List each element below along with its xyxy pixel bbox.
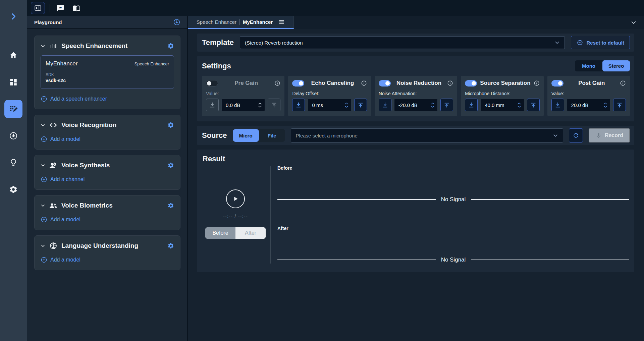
tab-menu-icon[interactable]	[278, 19, 285, 25]
section-gear-icon[interactable]	[167, 43, 174, 49]
value-input[interactable]: 0.0 dB	[221, 99, 265, 111]
rail-item-downloads[interactable]	[4, 127, 22, 145]
export-playground-icon[interactable]	[173, 18, 180, 26]
value-stepper[interactable]	[517, 102, 521, 108]
rail-item-playground[interactable]	[4, 100, 22, 118]
section-header[interactable]: Voice Recognition	[41, 121, 174, 129]
settings-title: Settings	[202, 62, 231, 70]
add-channel-link[interactable]: Add a channel	[41, 176, 174, 183]
section-header[interactable]: Language Understanding	[41, 242, 174, 250]
documentation-button[interactable]	[71, 2, 82, 14]
expand-sidebar-button[interactable]	[4, 7, 22, 25]
stepper-down-icon[interactable]	[344, 106, 348, 108]
export-value-button[interactable]	[613, 99, 626, 111]
playground-edit-icon	[9, 104, 18, 114]
stepper-up-icon[interactable]	[258, 102, 262, 105]
template-title: Template	[202, 38, 234, 47]
value-stepper[interactable]	[344, 102, 348, 108]
import-icon	[295, 102, 302, 108]
post-gain-toggle[interactable]	[551, 80, 564, 87]
rail-item-tips[interactable]	[4, 154, 22, 172]
add-model-link[interactable]: Add a model	[41, 216, 174, 223]
info-icon[interactable]	[274, 80, 280, 86]
source-separation-toggle[interactable]	[465, 80, 477, 87]
microphone-select[interactable]: Please select a microphone	[291, 128, 563, 143]
model-name: MyEnhancer	[46, 60, 77, 67]
add-speech-enhancer-link[interactable]: Add a speech enhancer	[41, 96, 174, 102]
add-link-label: Add a speech enhancer	[50, 96, 107, 102]
pre-gain-toggle[interactable]	[206, 80, 218, 87]
export-value-button[interactable]	[354, 99, 367, 111]
stepper-up-icon[interactable]	[344, 102, 348, 105]
stepper-up-icon[interactable]	[603, 102, 607, 105]
section-header[interactable]: Speech Enhancement	[41, 42, 174, 50]
stepper-down-icon[interactable]	[431, 106, 435, 108]
value-input[interactable]: 40.0 mm	[480, 99, 524, 111]
template-select[interactable]: (Stereo) Reverb reduction	[240, 36, 565, 49]
after-button[interactable]: After	[235, 227, 266, 239]
stepper-down-icon[interactable]	[258, 106, 262, 108]
add-link-label: Add a model	[50, 257, 80, 263]
tabs-dropdown-icon[interactable]	[631, 19, 637, 25]
section-gear-icon[interactable]	[167, 242, 174, 249]
section-gear-icon[interactable]	[167, 202, 174, 209]
export-value-button[interactable]	[440, 99, 453, 111]
add-model-link[interactable]: Add a model	[41, 257, 174, 263]
section-gear-icon[interactable]	[167, 162, 174, 169]
stepper-up-icon[interactable]	[431, 102, 435, 105]
export-value-button[interactable]	[527, 99, 540, 111]
import-value-button[interactable]	[465, 99, 478, 111]
value-input[interactable]: -20.0 dB	[394, 99, 438, 111]
info-icon[interactable]	[534, 80, 540, 86]
tracks-column: Before No Signal After	[277, 164, 629, 264]
value-stepper[interactable]	[603, 102, 607, 108]
voice-over-icon	[49, 161, 57, 169]
collapse-panel-button[interactable]	[31, 2, 45, 14]
waveform-after: No Signal	[277, 257, 629, 263]
before-button[interactable]: Before	[205, 227, 235, 239]
value-input[interactable]: 0 ms	[308, 99, 351, 111]
import-value-button[interactable]	[551, 99, 564, 111]
value-stepper[interactable]	[258, 102, 262, 108]
stereo-button[interactable]: Stereo	[602, 60, 630, 71]
model-card-myenhancer[interactable]: MyEnhancer Speech Enhancer SDK vsdk-s2c	[41, 55, 174, 89]
file-button[interactable]: File	[259, 129, 285, 142]
import-value-button[interactable]	[379, 99, 391, 111]
panel-title: Echo Canceling	[307, 80, 358, 87]
micro-button[interactable]: Micro	[233, 129, 259, 142]
export-value-button[interactable]	[268, 99, 280, 111]
add-model-link[interactable]: Add a model	[41, 136, 174, 143]
section-voice-synthesis: Voice Synthesis Add a channel	[34, 155, 180, 190]
value-stepper[interactable]	[431, 102, 435, 108]
section-header[interactable]: Voice Biometrics	[41, 202, 174, 210]
source-mode-toggle: Micro File	[233, 129, 285, 142]
waveform-line	[471, 199, 629, 200]
import-value-button[interactable]	[206, 99, 219, 111]
play-button[interactable]	[226, 189, 245, 208]
reset-to-default-button[interactable]: Reset to default	[571, 36, 630, 49]
panel-title: Pre Gain	[221, 80, 272, 87]
value-text: -20.0 dB	[398, 102, 431, 108]
panel-post-gain: Post Gain Value: 20.0 dB	[547, 76, 630, 116]
mono-button[interactable]: Mono	[575, 60, 602, 71]
rail-item-projects[interactable]	[4, 73, 22, 91]
info-icon[interactable]	[447, 80, 453, 86]
section-gear-icon[interactable]	[167, 122, 174, 128]
stepper-down-icon[interactable]	[603, 106, 607, 108]
echo-canceling-toggle[interactable]	[292, 80, 304, 87]
section-header[interactable]: Voice Synthesis	[41, 161, 174, 169]
rail-item-home[interactable]	[4, 46, 22, 64]
tab-myenhancer[interactable]: Speech Enhancer MyEnhancer	[188, 16, 294, 29]
record-button[interactable]: Record	[589, 128, 630, 143]
stepper-down-icon[interactable]	[517, 106, 521, 108]
refresh-devices-button[interactable]	[569, 128, 583, 143]
phonetic-chat-button[interactable]: æ	[55, 2, 66, 14]
import-value-button[interactable]	[292, 99, 305, 111]
noise-reduction-toggle[interactable]	[379, 80, 391, 87]
value-input[interactable]: 20.0 dB	[567, 99, 610, 111]
rail-item-settings[interactable]	[4, 180, 22, 198]
value-text: 40.0 mm	[485, 102, 517, 108]
stepper-up-icon[interactable]	[517, 102, 521, 105]
info-icon[interactable]	[361, 80, 367, 86]
info-icon[interactable]	[620, 80, 626, 86]
